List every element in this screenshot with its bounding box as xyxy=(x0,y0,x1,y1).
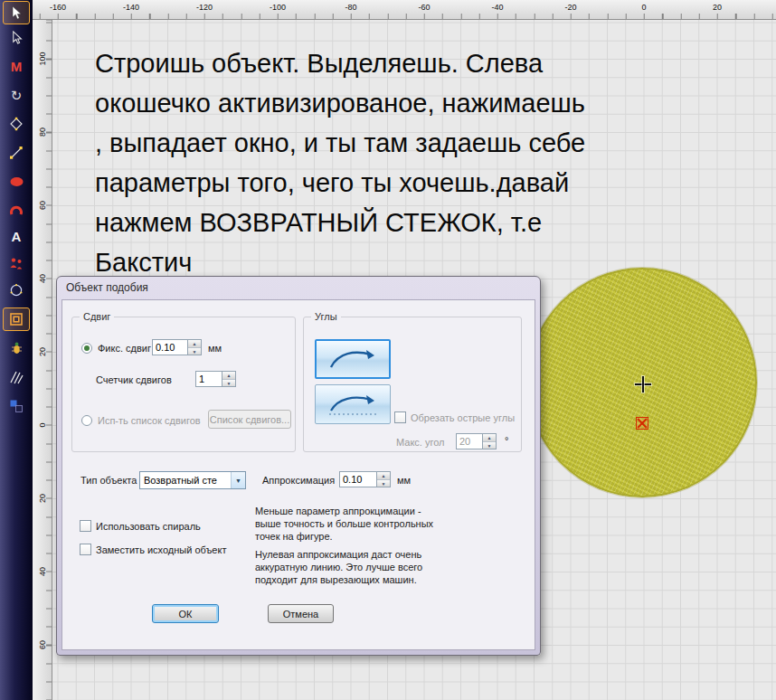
fixed-shift-label: Фикс. сдвиг xyxy=(98,343,151,354)
degree-sign: ° xyxy=(505,435,508,446)
use-spiral-checkbox[interactable] xyxy=(80,520,91,532)
manual-stitch-tool[interactable]: M xyxy=(3,54,30,78)
spinner-down-icon[interactable]: ▼ xyxy=(188,348,201,355)
ruler-label: 60 xyxy=(36,635,49,655)
line-nodes-icon xyxy=(9,146,24,160)
trim-sharp-corners-checkbox[interactable] xyxy=(394,411,406,423)
red-arc-icon xyxy=(9,203,24,215)
object-type-combobox[interactable]: Возвратный сте ▼ xyxy=(139,471,246,489)
object-type-value: Возвратный сте xyxy=(140,472,231,488)
max-angle-spinner[interactable]: ▲▼ xyxy=(483,433,497,449)
canvas-note-text: Строишь объект. Выделяешь. Слева окошечк… xyxy=(95,43,585,282)
vertical-ruler: 100 80 60 40 20 0 20 40 60 xyxy=(33,20,52,700)
replace-source-label: Заместить исходный объект xyxy=(96,544,226,555)
spinner-up-icon[interactable]: ▲ xyxy=(377,472,390,480)
crosshair-vertical xyxy=(642,376,644,393)
ruler-label: 40 xyxy=(36,562,49,582)
ellipse-tool[interactable] xyxy=(3,170,30,194)
corner-arrow-dotted-icon xyxy=(324,391,382,418)
ruler-label: 20 xyxy=(36,342,49,362)
approximation-spinner[interactable]: ▲▼ xyxy=(377,471,391,487)
spinner-down-icon[interactable]: ▼ xyxy=(377,480,390,487)
ruler-label: -160 xyxy=(45,3,71,12)
zero-approximation-hint-text: Нулевая аппроксимация даст очень аккурат… xyxy=(255,548,447,586)
block-sequence-tool[interactable] xyxy=(3,394,30,418)
ruler-label: -20 xyxy=(558,3,583,12)
offset-object-tool[interactable] xyxy=(3,307,30,331)
bug-icon xyxy=(10,341,24,355)
fixed-shift-spinner[interactable]: ▲▼ xyxy=(188,339,202,355)
shift-group: Сдвиг Фикс. сдвиг 0.10 ▲▼ мм Счетчик сдв… xyxy=(71,317,296,452)
text-tool[interactable]: A xyxy=(3,224,30,248)
crosshair-cursor xyxy=(635,376,651,393)
node-select-tool[interactable] xyxy=(3,25,30,49)
applique-people-tool[interactable] xyxy=(3,251,30,275)
approximation-hint-text: Меньше параметр аппрокцимации - выше точ… xyxy=(255,505,447,543)
horizontal-ruler: -160 -140 -120 -100 -80 -60 -40 -20 0 20 xyxy=(33,0,776,20)
approximation-unit: мм xyxy=(397,475,411,486)
ruler-label: 100 xyxy=(36,49,49,69)
select-tool[interactable] xyxy=(3,1,30,24)
ruler-label: -120 xyxy=(192,3,217,12)
arc-tool[interactable] xyxy=(3,197,30,221)
corner-style-trimmed-button[interactable] xyxy=(315,384,391,424)
fixed-shift-radio[interactable] xyxy=(81,343,92,354)
shift-list-button[interactable]: Список сдвигов... xyxy=(208,410,291,429)
ruler-label: 40 xyxy=(36,269,49,289)
max-angle-field: 20 ▲▼ xyxy=(456,433,497,449)
circle-text-tool[interactable] xyxy=(3,279,30,302)
approximation-field: 0.10 ▲▼ xyxy=(339,471,391,487)
spinner-up-icon[interactable]: ▲ xyxy=(483,434,496,442)
ruler-label: 60 xyxy=(36,195,49,215)
spinner-down-icon[interactable]: ▼ xyxy=(222,380,235,387)
shift-counter-label: Счетчик сдвигов xyxy=(96,374,172,385)
toolbar: M ↻ A xyxy=(0,0,33,700)
circle-badge-icon xyxy=(9,283,24,298)
note-line: окошечко активизированое, нажимаешь xyxy=(95,83,585,123)
max-angle-input[interactable]: 20 xyxy=(456,433,483,449)
ok-button[interactable]: ОК xyxy=(152,604,219,623)
ruler-label: 0 xyxy=(631,3,657,12)
approximation-input[interactable]: 0.10 xyxy=(339,471,377,487)
shape-tool[interactable] xyxy=(3,112,30,136)
object-origin-handle[interactable] xyxy=(636,417,648,430)
concentric-squares-icon xyxy=(9,312,24,326)
replace-source-checkbox[interactable] xyxy=(80,544,91,555)
note-line: Строишь объект. Выделяешь. Слева xyxy=(95,43,585,83)
shift-counter-spinner[interactable]: ▲▼ xyxy=(222,371,236,387)
shift-group-label: Сдвиг xyxy=(80,311,114,322)
ruler-ticks xyxy=(33,14,776,19)
split-squares-icon xyxy=(9,399,24,413)
dialog-body: Сдвиг Фикс. сдвиг 0.10 ▲▼ мм Счетчик сдв… xyxy=(62,299,535,650)
rotate-tool[interactable]: ↻ xyxy=(3,83,30,107)
letter-a-icon: A xyxy=(12,230,22,243)
two-people-icon xyxy=(9,257,24,270)
trim-sharp-corners-label: Обрезать острые углы xyxy=(411,412,515,423)
line-node-tool[interactable] xyxy=(3,141,30,165)
fixed-shift-input[interactable]: 0.10 xyxy=(152,339,188,355)
diagonal-lines-icon xyxy=(9,370,24,384)
corners-group: Углы Обрезать острые углы М xyxy=(303,317,522,452)
fixed-shift-unit: мм xyxy=(208,343,222,354)
note-line: параметры того, чего ты хочешь.давай xyxy=(95,163,585,203)
max-angle-label: Макс. угол xyxy=(396,437,445,448)
ruler-label: 0 xyxy=(36,415,49,435)
spinner-up-icon[interactable]: ▲ xyxy=(188,340,201,348)
use-shift-list-label: Исп-ть список сдвигов xyxy=(98,415,201,426)
spinner-down-icon[interactable]: ▼ xyxy=(483,442,496,449)
motif-bug-tool[interactable] xyxy=(3,336,30,360)
chevron-down-icon[interactable]: ▼ xyxy=(231,472,245,488)
corner-style-sharp-button[interactable] xyxy=(315,339,391,379)
shift-counter-field: 1 ▲▼ xyxy=(195,371,236,387)
ruler-label: -140 xyxy=(118,3,144,12)
dialog-title[interactable]: Объект подобия xyxy=(57,277,540,298)
cancel-button[interactable]: Отмена xyxy=(268,604,334,623)
use-shift-list-radio[interactable] xyxy=(81,415,92,426)
shift-counter-input[interactable]: 1 xyxy=(195,371,222,387)
use-spiral-label: Использовать спираль xyxy=(96,521,201,532)
hatch-fill-tool[interactable] xyxy=(3,365,30,389)
fixed-shift-field: 0.10 ▲▼ xyxy=(152,339,202,355)
spinner-up-icon[interactable]: ▲ xyxy=(222,372,235,380)
note-line: нажмем ВОЗВРАТНЫЙ СТЕЖОК, т.е xyxy=(95,203,585,242)
ruler-label: 80 xyxy=(36,122,49,142)
